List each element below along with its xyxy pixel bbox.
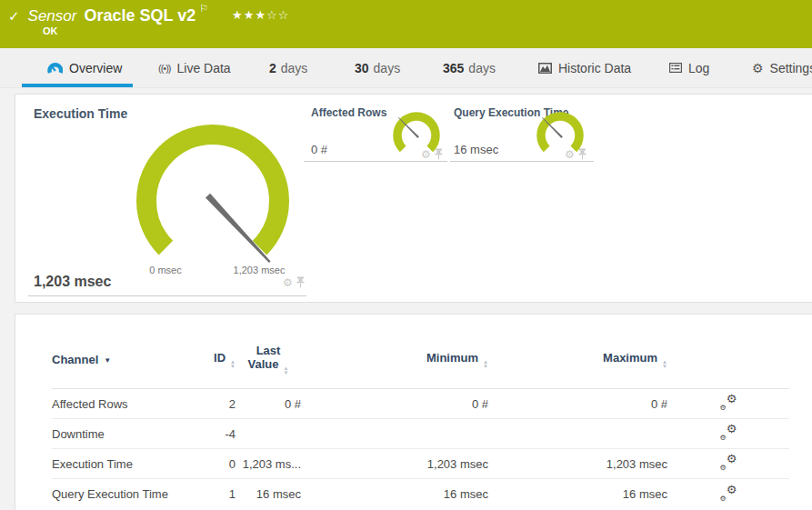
gauge-scale-min-label: 0 msec [134, 265, 197, 275]
channel-settings-gear-icon[interactable]: ⚙ [283, 277, 293, 288]
tab-30-days[interactable]: 30 days [355, 48, 400, 87]
channel-maximum: 0 # [488, 397, 667, 411]
column-header-minimum[interactable]: Minimum▲▼ [301, 351, 488, 369]
channel-settings-gears-icon[interactable]: ⚙⚙ [720, 455, 737, 470]
column-header-last-value-line1: Last [256, 344, 281, 357]
column-header-channel-label: Channel [52, 353, 98, 366]
channel-maximum: 16 msec [488, 487, 667, 501]
status-check-icon: ✓ [8, 8, 20, 25]
channel-id: 1 [206, 487, 236, 501]
channel-settings-gear-icon[interactable]: ⚙ [421, 149, 431, 160]
sort-arrows-icon: ▲▼ [284, 366, 289, 375]
column-header-last-value[interactable]: Last Value▲▼ [236, 344, 301, 375]
page-title: Oracle SQL v2 [84, 6, 195, 25]
tab-30-days-number: 30 [355, 61, 369, 75]
gauges-panel: Execution Time 0 msec 1,203 msec 1,203 m… [15, 94, 812, 303]
pin-icon[interactable] [435, 148, 443, 160]
channels-table: Channel▼ ID▲▼ Last Value▲▼ Minimum▲▼ Max… [52, 315, 789, 509]
object-kind-label: Sensor [28, 7, 77, 25]
gauge-icon [47, 62, 63, 75]
gauge-affected-rows-title: Affected Rows [311, 106, 386, 119]
execution-time-gauge-dial [126, 115, 299, 287]
live-data-icon: ((•)) [158, 63, 171, 74]
column-header-id-label: ID [214, 351, 226, 365]
gauge-scale-max-label: 1,203 msec [218, 265, 300, 275]
table-header-row: Channel▼ ID▲▼ Last Value▲▼ Minimum▲▼ Max… [52, 315, 789, 389]
tab-2-days[interactable]: 2 days [269, 48, 307, 87]
query-execution-time-value: 16 msec [454, 143, 498, 156]
column-header-maximum-label: Maximum [603, 351, 657, 365]
tab-365-days[interactable]: 365 days [443, 48, 496, 87]
channel-last-value: 1,203 ms... [236, 457, 301, 471]
tab-log[interactable]: Log [669, 48, 709, 87]
channel-id: 0 [206, 457, 236, 471]
channels-panel: Channel▼ ID▲▼ Last Value▲▼ Minimum▲▼ Max… [15, 314, 812, 510]
tab-settings[interactable]: ⚙ Settings [752, 48, 812, 87]
channel-minimum: 0 # [301, 397, 488, 411]
tab-365-days-number: 365 [443, 61, 464, 75]
table-row[interactable]: Execution Time 0 1,203 ms... 1,203 msec … [52, 449, 789, 479]
flag-icon[interactable]: ⚐ [199, 3, 208, 15]
column-header-id[interactable]: ID▲▼ [206, 351, 236, 369]
affected-rows-value: 0 # [311, 143, 327, 156]
tab-historic-data[interactable]: Historic Data [538, 48, 631, 87]
active-tab-indicator [22, 84, 133, 87]
sensor-header: ✓ Sensor Oracle SQL v2 ⚐ ★★★☆☆ OK [0, 0, 812, 48]
tab-live-data[interactable]: ((•)) Live Data [158, 48, 231, 87]
channel-settings-gear-icon[interactable]: ⚙ [565, 149, 575, 160]
channel-id: 2 [206, 397, 236, 411]
tab-log-label: Log [688, 61, 709, 75]
tab-2-days-unit: days [281, 61, 308, 75]
channel-id: -4 [206, 427, 236, 441]
channel-settings-gears-icon[interactable]: ⚙⚙ [720, 485, 737, 501]
table-row[interactable]: Downtime -4 ⚙⚙ [52, 419, 789, 449]
cell-divider [304, 161, 447, 162]
status-badge: OK [43, 25, 58, 36]
tab-overview-label: Overview [69, 61, 122, 75]
tab-settings-label: Settings [770, 61, 812, 75]
historic-chart-icon [538, 63, 552, 74]
sort-caret-icon: ▼ [104, 356, 111, 365]
cell-divider [28, 295, 306, 296]
affected-rows-actions: ⚙ [421, 148, 443, 160]
query-execution-time-actions: ⚙ [565, 148, 586, 160]
stars-empty[interactable]: ☆☆ [266, 8, 289, 22]
channel-name[interactable]: Affected Rows [52, 397, 206, 411]
tab-live-data-label: Live Data [177, 61, 231, 75]
cell-divider [450, 161, 594, 162]
channel-settings-gears-icon[interactable]: ⚙⚙ [720, 395, 737, 410]
tab-historic-data-label: Historic Data [558, 61, 631, 75]
column-header-last-value-line2: Value [248, 357, 279, 371]
table-row[interactable]: Affected Rows 2 0 # 0 # 0 # ⚙⚙ [52, 389, 789, 419]
channel-maximum: 1,203 msec [488, 457, 667, 471]
channel-name[interactable]: Execution Time [52, 457, 206, 471]
column-header-minimum-label: Minimum [426, 351, 478, 365]
priority-stars[interactable]: ★★★☆☆ [232, 8, 289, 22]
pin-icon[interactable] [296, 276, 305, 288]
sort-arrows-icon: ▲▼ [662, 360, 667, 369]
channel-name[interactable]: Downtime [52, 427, 206, 441]
channel-minimum: 1,203 msec [301, 457, 488, 471]
column-header-channel[interactable]: Channel▼ [52, 353, 206, 366]
channel-minimum: 16 msec [301, 487, 488, 501]
channel-settings-gears-icon[interactable]: ⚙⚙ [720, 425, 737, 440]
pin-icon[interactable] [578, 148, 586, 160]
tab-365-days-unit: days [468, 61, 496, 75]
tab-30-days-unit: days [374, 61, 401, 75]
tab-bar: Overview ((•)) Live Data 2 days 30 days … [0, 48, 812, 88]
channel-last-value: 0 # [236, 397, 301, 411]
channel-last-value: 16 msec [236, 487, 301, 501]
execution-time-actions: ⚙ [283, 276, 305, 288]
tab-overview[interactable]: Overview [47, 48, 122, 87]
settings-gear-icon: ⚙ [752, 61, 764, 75]
table-row[interactable]: Query Execution Time 1 16 msec 16 msec 1… [52, 479, 789, 509]
column-header-maximum[interactable]: Maximum▲▼ [488, 351, 667, 369]
log-icon [669, 63, 682, 73]
gauge-execution-time-title: Execution Time [34, 106, 127, 121]
stars-filled[interactable]: ★★★ [232, 8, 266, 22]
tab-2-days-number: 2 [269, 61, 276, 75]
execution-time-value: 1,203 msec [34, 274, 111, 290]
channel-name[interactable]: Query Execution Time [52, 487, 206, 501]
